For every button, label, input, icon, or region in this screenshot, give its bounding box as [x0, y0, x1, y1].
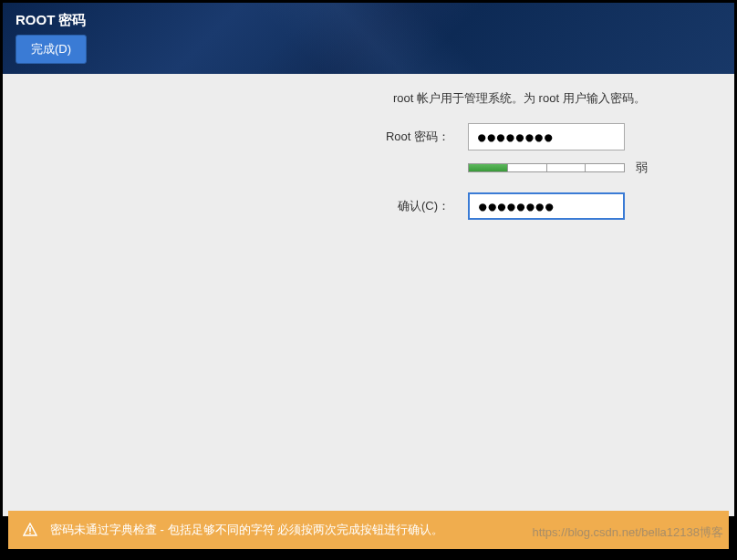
strength-segment-3	[547, 164, 586, 171]
strength-segment-4	[586, 164, 624, 171]
strength-label: 弱	[636, 160, 648, 176]
svg-rect-1	[29, 533, 31, 534]
form-description: root 帐户用于管理系统。为 root 用户输入密码。	[393, 90, 716, 107]
warning-message: 密码未通过字典检查 - 包括足够不同的字符 必须按两次完成按钮进行确认。	[50, 522, 443, 538]
svg-rect-0	[29, 527, 31, 532]
page-title: ROOT 密码	[16, 12, 721, 29]
strength-segment-1	[469, 164, 508, 171]
confirm-password-input[interactable]	[468, 192, 625, 220]
password-row: Root 密码：	[21, 123, 716, 150]
header-bar: ROOT 密码 完成(D)	[3, 3, 734, 74]
content-area: root 帐户用于管理系统。为 root 用户输入密码。 Root 密码： 弱 …	[3, 74, 734, 516]
done-button[interactable]: 完成(D)	[16, 35, 87, 64]
strength-indicator-row: 弱	[468, 160, 716, 176]
confirm-label: 确认(C)：	[21, 198, 468, 214]
watermark-text: https://blog.csdn.net/bella12138博客	[532, 524, 723, 541]
strength-segment-2	[508, 164, 547, 171]
confirm-row: 确认(C)：	[21, 192, 716, 220]
password-strength-bar	[468, 163, 625, 172]
password-label: Root 密码：	[21, 129, 468, 145]
root-password-input[interactable]	[468, 123, 625, 150]
warning-triangle-icon	[23, 523, 37, 537]
